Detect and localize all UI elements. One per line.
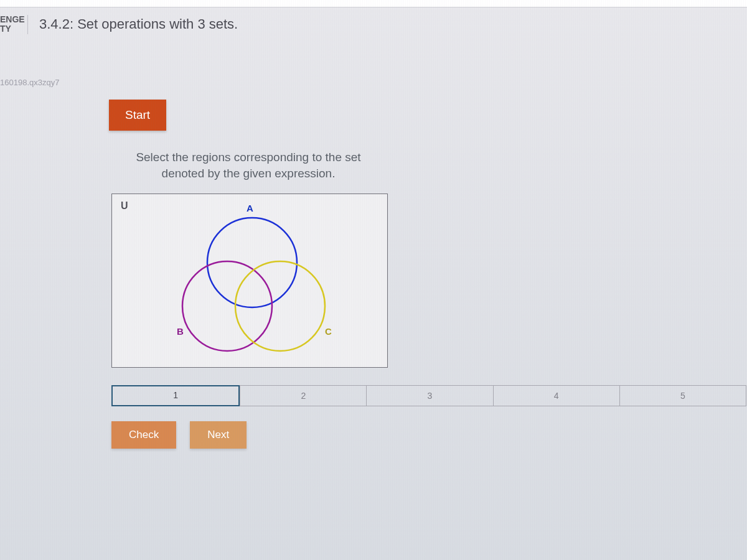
next-button[interactable]: Next [190,421,247,449]
set-b-label: B [177,326,184,337]
challenge-activity-label: ENGE TY [0,15,28,34]
step-1[interactable]: 1 [111,385,240,406]
reference-code: 160198.qx3zqy7 [0,78,747,87]
section-title: 3.4.2: Set operations with 3 sets. [28,16,238,32]
side-label-line2: TY [0,24,11,34]
step-2[interactable]: 2 [240,385,366,406]
start-button[interactable]: Start [109,100,166,131]
venn-diagram-svg[interactable] [112,194,388,368]
step-4[interactable]: 4 [493,385,619,406]
step-indicator: 1 2 3 4 5 [111,385,746,406]
top-toolbar-edge [0,0,747,7]
step-3[interactable]: 3 [366,385,492,406]
check-button[interactable]: Check [111,421,176,449]
venn-diagram-container[interactable]: U A B C [111,194,388,368]
side-label-line1: ENGE [0,14,25,24]
instruction-line2: denoted by the given expression. [162,167,336,180]
set-a-label: A [247,203,253,213]
step-5[interactable]: 5 [619,385,746,406]
activity-area: Start Select the regions corresponding t… [109,100,747,449]
set-c-label: C [325,326,332,337]
section-header: ENGE TY 3.4.2: Set operations with 3 set… [0,15,747,34]
instruction-text: Select the regions corresponding to the … [111,149,385,182]
action-button-row: Check Next [111,421,747,449]
instruction-line1: Select the regions corresponding to the … [136,151,360,164]
circle-c[interactable] [235,261,325,351]
